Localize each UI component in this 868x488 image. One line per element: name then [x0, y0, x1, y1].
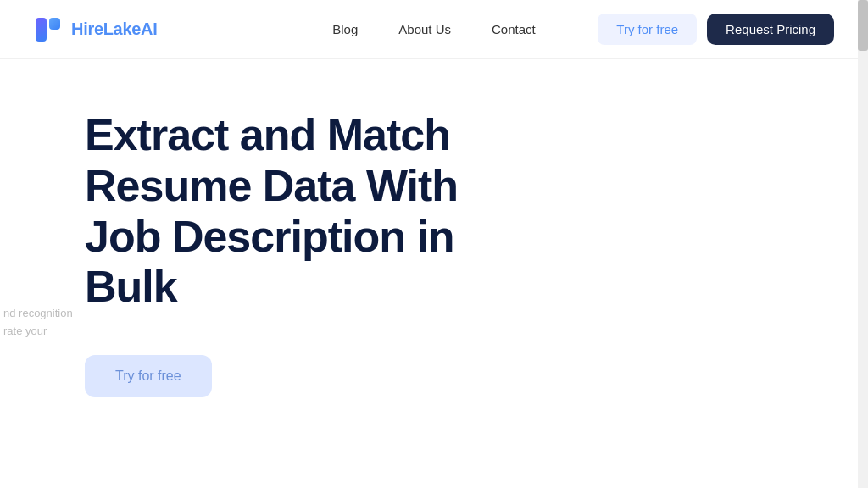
hero-title: Extract and Match Resume Data With Job D…	[85, 110, 526, 313]
logo-text: HireLakeAI	[71, 19, 158, 39]
nav-link-about-us[interactable]: About Us	[398, 22, 451, 36]
scrollbar-thumb[interactable]	[858, 0, 868, 51]
logo-icon	[34, 14, 64, 45]
request-pricing-button[interactable]: Request Pricing	[707, 14, 834, 45]
try-for-free-hero-button[interactable]: Try for free	[85, 355, 212, 397]
try-for-free-nav-button[interactable]: Try for free	[598, 14, 697, 45]
nav-link-blog[interactable]: Blog	[332, 22, 358, 36]
svg-rect-0	[36, 18, 47, 42]
hero-section: Extract and Match Resume Data With Job D…	[0, 59, 868, 397]
logo[interactable]: HireLakeAI	[34, 14, 158, 45]
svg-rect-1	[49, 18, 60, 30]
nav-actions: Try for free Request Pricing	[598, 14, 834, 45]
navbar: HireLakeAI Blog About Us Contact Try for…	[0, 0, 868, 59]
ghost-text: nd recognition rate your	[0, 305, 73, 341]
nav-links: Blog About Us Contact	[332, 22, 535, 36]
nav-link-contact[interactable]: Contact	[492, 22, 536, 36]
